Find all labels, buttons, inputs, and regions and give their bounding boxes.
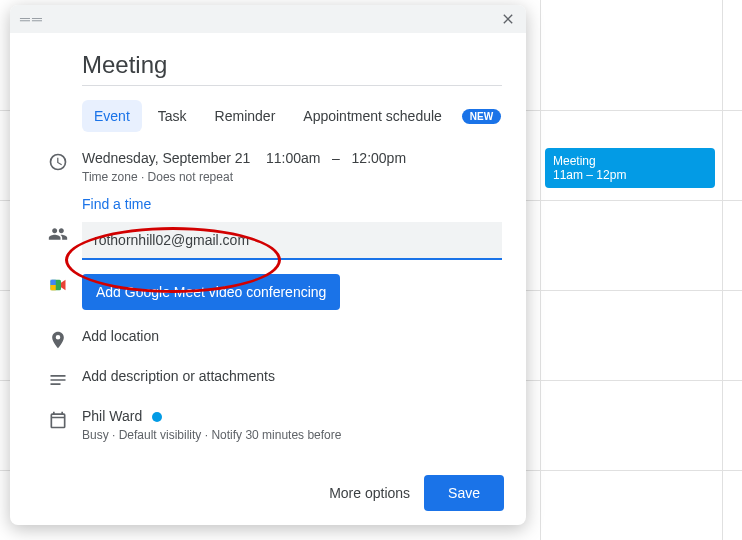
tab-appointment-schedule[interactable]: Appointment schedule [291, 100, 454, 132]
tab-event[interactable]: Event [82, 100, 142, 132]
calendar-day-column[interactable] [540, 0, 723, 540]
clock-icon [34, 150, 82, 172]
add-location-input[interactable]: Add location [82, 328, 502, 344]
description-icon [34, 368, 82, 390]
save-button[interactable]: Save [424, 475, 504, 511]
svg-rect-1 [51, 280, 56, 285]
time-dash: – [332, 150, 340, 166]
event-title-input[interactable]: Meeting [82, 47, 502, 86]
calendar-event-time: 11am – 12pm [553, 168, 707, 182]
calendar-icon [34, 408, 82, 430]
new-badge: NEW [462, 109, 501, 124]
calendar-color-dot [152, 412, 162, 422]
svg-rect-2 [51, 285, 56, 290]
calendar-event-title: Meeting [553, 154, 707, 168]
event-time-sub[interactable]: Time zone · Does not repeat [82, 170, 502, 184]
guests-icon [34, 222, 82, 244]
event-start-time[interactable]: 11:00am [266, 150, 320, 166]
organizer-sub[interactable]: Busy · Default visibility · Notify 30 mi… [82, 428, 502, 442]
calendar-event[interactable]: Meeting 11am – 12pm [545, 148, 715, 188]
event-date[interactable]: Wednesday, September 21 [82, 150, 250, 166]
meet-button-label: Add Google Meet video conferencing [96, 284, 326, 300]
find-a-time-link[interactable]: Find a time [82, 196, 502, 212]
dialog-header[interactable]: ══ [10, 5, 526, 33]
drag-handle-icon[interactable]: ══ [20, 11, 44, 27]
organizer-name[interactable]: Phil Ward [82, 408, 142, 424]
event-end-time[interactable]: 12:00pm [352, 150, 406, 166]
add-guests-input[interactable] [82, 222, 502, 260]
close-icon[interactable] [500, 11, 516, 27]
add-google-meet-button[interactable]: Add Google Meet video conferencing [82, 274, 340, 310]
more-options-button[interactable]: More options [329, 485, 410, 501]
event-create-dialog: ══ Meeting Event Task Reminder Appointme… [10, 5, 526, 525]
tab-reminder[interactable]: Reminder [203, 100, 288, 132]
tab-task[interactable]: Task [146, 100, 199, 132]
google-meet-icon [34, 274, 82, 294]
add-description-input[interactable]: Add description or attachments [82, 368, 502, 384]
location-icon [34, 328, 82, 350]
calendar-day-column[interactable] [722, 0, 742, 540]
